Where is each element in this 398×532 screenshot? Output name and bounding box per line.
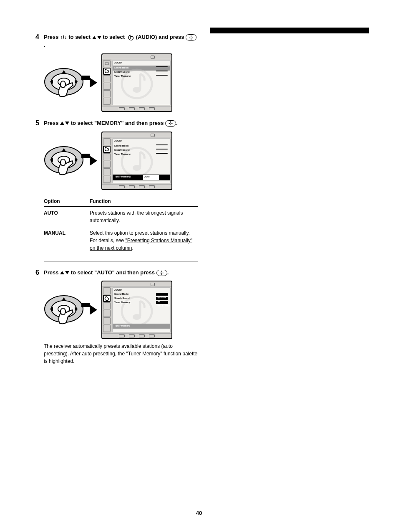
svg-point-18 xyxy=(133,314,141,320)
row-label: Steady Sound: xyxy=(114,149,131,151)
step-6-body: The receiver automatically presets avail… xyxy=(44,342,198,365)
tab-icon xyxy=(103,90,111,97)
text: . xyxy=(132,245,133,251)
col-function: Function xyxy=(90,198,198,204)
tab-icon xyxy=(103,83,111,90)
row-label: Steady Sound: xyxy=(114,71,131,73)
panel-title: AUDIO xyxy=(114,289,122,291)
svg-point-3 xyxy=(60,81,65,88)
enter-button-icon: -¦- xyxy=(186,34,196,41)
arrow-right-icon xyxy=(90,156,97,166)
row-label: Sound Mode: xyxy=(114,144,129,147)
opt-manual: MANUAL xyxy=(44,229,90,252)
screen-audio-selected: AUDIO Sound Mode: Steady Sound: Tuner Me… xyxy=(101,53,172,112)
tab-icon xyxy=(103,98,111,105)
step-4-text: Press ↑/↓ to select to select (AUDIO) an… xyxy=(44,33,198,49)
audio-tab-icon xyxy=(103,146,111,153)
val: Dynamic xyxy=(157,296,166,299)
dpad-press-illustration xyxy=(44,143,86,178)
screen-auto-result: AUDIO Sound Mode: Steady Sound: Tuner Me… xyxy=(101,281,172,339)
row-label: Tuner Memory: xyxy=(114,175,131,178)
step-4: 4 Press ↑/↓ to select to select (AUDIO) … xyxy=(44,33,198,112)
up-down-arrows-icon xyxy=(60,271,69,274)
row-label: Sound Mode: xyxy=(114,293,129,295)
row-label: Sound Mode: xyxy=(114,66,129,69)
option-table: Option Function AUTO Presets stations wi… xyxy=(44,196,198,254)
step-6: 6 Press to select "AUTO" and then press … xyxy=(44,269,198,365)
tab-icon xyxy=(103,60,111,67)
up-down-arrows-icon xyxy=(60,122,69,125)
up-down-arrows-icon xyxy=(92,36,101,39)
row-label: Tuner Memory: xyxy=(114,75,131,77)
row-label: Tuner Memory: xyxy=(114,153,131,155)
svg-point-12 xyxy=(133,165,141,171)
col-option: Option xyxy=(44,198,90,204)
screen-memory-selected: AUDIO Sound Mode: Steady Sound: Tuner Me… xyxy=(101,132,172,190)
panel-title: AUDIO xyxy=(114,139,122,142)
svg-point-10 xyxy=(60,159,65,166)
step-4-diagram: AUDIO Sound Mode: Steady Sound: Tuner Me… xyxy=(44,53,198,112)
panel-title: AUDIO xyxy=(114,61,122,64)
svg-point-11 xyxy=(122,148,152,176)
table-row: MANUAL Select this option to preset stat… xyxy=(44,227,198,254)
svg-point-16 xyxy=(60,308,65,315)
val: Off xyxy=(157,300,160,303)
fn-auto: Presets stations with the strongest sign… xyxy=(90,209,198,224)
step-5: 5 Press to select "MEMORY" and then pres… xyxy=(44,119,198,261)
svg-point-5 xyxy=(122,70,152,98)
step-6-text: Press to select "AUTO" and then press -¦… xyxy=(44,269,198,277)
tab-icon xyxy=(103,75,111,82)
svg-point-6 xyxy=(133,87,141,93)
arrow-right-icon xyxy=(90,305,97,315)
step-5-text: Press to select "MEMORY" and then press … xyxy=(44,119,198,127)
svg-rect-4 xyxy=(105,63,108,65)
row-label: Tuner Memory: xyxy=(114,301,131,304)
audio-tab-icon xyxy=(103,68,111,75)
table-row: AUTO Presets stations with the strongest… xyxy=(44,207,198,227)
text: Press ↑/↓ to select xyxy=(44,34,92,40)
table-header: Option Function xyxy=(44,196,198,207)
arrow-right-icon xyxy=(90,78,97,88)
dpad-press-illustration xyxy=(44,65,86,100)
enter-button-icon: -¦- xyxy=(156,270,167,276)
audio-swirl-icon xyxy=(128,34,134,41)
dpad-press-illustration xyxy=(44,292,86,327)
page-number: 40 xyxy=(0,510,398,516)
step-number: 6 xyxy=(35,269,39,276)
text: (AUDIO) and press xyxy=(136,34,186,40)
opt-auto: AUTO xyxy=(44,209,90,224)
section-header-bar xyxy=(210,28,369,33)
step-number: 5 xyxy=(35,119,39,127)
footer-label: Tuner Memory xyxy=(114,324,130,327)
enter-button-icon: -¦- xyxy=(165,120,176,127)
audio-tab-icon xyxy=(103,295,111,302)
divider xyxy=(44,261,198,261)
dropdown-auto: Auto xyxy=(144,175,150,178)
text: . xyxy=(44,42,45,48)
fn-manual: Select this option to preset stations ma… xyxy=(90,229,198,252)
row-label: Steady Sound: xyxy=(114,297,131,299)
val: FM1 87.50MHz xyxy=(157,304,171,307)
left-column: 4 Press ↑/↓ to select to select (AUDIO) … xyxy=(44,28,198,372)
step-6-diagram: AUDIO Sound Mode: Steady Sound: Tuner Me… xyxy=(44,281,198,339)
step-5-diagram: AUDIO Sound Mode: Steady Sound: Tuner Me… xyxy=(44,132,198,190)
step-number: 4 xyxy=(35,33,39,41)
